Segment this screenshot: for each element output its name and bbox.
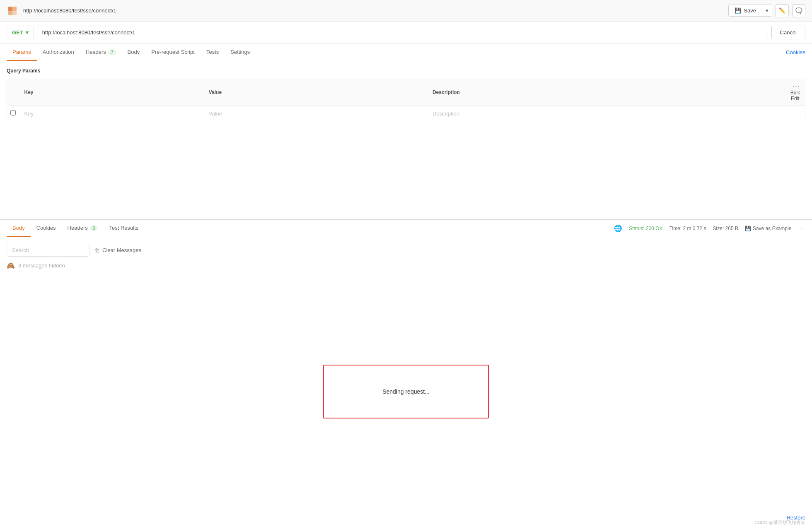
comment-icon: 🗨️ [795, 7, 802, 14]
cancel-button[interactable]: Cancel [771, 26, 805, 39]
hidden-messages-label: 3 messages hidden [18, 262, 65, 269]
panel-spacer [0, 128, 812, 219]
comment-button[interactable]: 🗨️ [792, 4, 805, 17]
time-label: Time: 2 m 0.72 s [669, 226, 706, 231]
save-example-icon: 💾 [745, 226, 751, 231]
query-params-title: Query Params [7, 68, 805, 74]
save-example-label: Save as Example [753, 226, 791, 231]
svg-rect-3 [12, 11, 17, 15]
response-tabs-bar: Body Cookies Headers 8 Test Results 🌐 St… [0, 220, 812, 237]
resp-tab-cookies[interactable]: Cookies [31, 220, 62, 237]
edit-button[interactable]: ✏️ [776, 4, 789, 17]
tab-settings[interactable]: Settings [225, 44, 256, 61]
globe-icon: 🌐 [614, 224, 622, 232]
tab-pre-request-script[interactable]: Pre-request Script [145, 44, 201, 61]
resp-tab-test-results[interactable]: Test Results [103, 220, 144, 237]
tab-headers[interactable]: Headers 7 [80, 44, 122, 61]
method-select[interactable]: GET ▾ [7, 26, 34, 39]
actions-col-header: ··· Bulk Edit [785, 79, 805, 106]
hidden-messages-row: 🙈 3 messages hidden [7, 262, 805, 269]
save-label: Save [744, 7, 756, 14]
tab-params[interactable]: Params [7, 44, 37, 61]
svg-rect-1 [12, 7, 17, 11]
row-actions-cell [785, 106, 805, 121]
tab-tests[interactable]: Tests [201, 44, 225, 61]
key-column-header: Key [19, 79, 204, 106]
edit-icon: ✏️ [779, 7, 786, 14]
resp-tab-body[interactable]: Body [7, 220, 31, 237]
key-cell[interactable]: Key [19, 106, 204, 121]
search-input-wrap [7, 244, 89, 257]
headers-badge: 7 [108, 49, 116, 55]
params-table: Key Value Description ··· Bulk Edit Key … [7, 79, 805, 121]
checkbox-col-header [7, 79, 19, 106]
request-tabs-bar: Params Authorization Headers 7 Body Pre-… [0, 44, 812, 61]
value-column-header: Value [204, 79, 428, 106]
response-body: 🗑 Clear Messages 🙈 3 messages hidden Sen… [0, 237, 812, 529]
bulk-edit-button[interactable]: Bulk Edit [790, 90, 800, 101]
resp-headers-badge: 8 [90, 225, 97, 231]
svg-rect-0 [8, 7, 12, 11]
save-chevron-button[interactable]: ▾ [762, 5, 772, 16]
tab-body[interactable]: Body [122, 44, 146, 61]
row-checkbox[interactable] [10, 110, 16, 115]
sending-text: Sending request... [382, 388, 430, 395]
sending-request-overlay: Sending request... [323, 365, 489, 418]
clear-messages-button[interactable]: 🗑 Clear Messages [94, 247, 141, 253]
method-chevron: ▾ [26, 29, 29, 36]
app-icon [7, 5, 18, 17]
search-input[interactable] [7, 244, 89, 257]
resp-more-button[interactable]: ··· [798, 225, 805, 232]
save-group: 💾 Save ▾ [728, 5, 772, 17]
description-column-header: Description [428, 79, 785, 106]
status-label: Status: 200 OK [629, 226, 662, 231]
resp-status-area: 🌐 Status: 200 OK Time: 2 m 0.72 s Size: … [614, 224, 805, 232]
size-label: Size: 265 B [713, 226, 738, 231]
table-row: Key Value Description [7, 106, 805, 121]
footer-watermark: CSDN @谁不想飞翔青春 [755, 519, 805, 526]
clear-messages-label: Clear Messages [102, 247, 141, 253]
save-example-button[interactable]: 💾 Save as Example [745, 226, 791, 231]
more-icon: ··· [793, 83, 800, 90]
url-input[interactable] [37, 26, 768, 39]
search-bar-row: 🗑 Clear Messages [7, 244, 805, 257]
row-checkbox-cell [7, 106, 19, 121]
save-button[interactable]: 💾 Save [729, 5, 762, 16]
eye-off-icon: 🙈 [7, 262, 15, 269]
url-bar-area: GET ▾ Cancel [0, 22, 812, 44]
value-cell[interactable]: Value [204, 106, 428, 121]
cookies-link[interactable]: Cookies [786, 49, 805, 55]
svg-rect-2 [8, 11, 12, 15]
top-actions: 💾 Save ▾ ✏️ 🗨️ [728, 4, 805, 17]
top-bar: http://localhost:8080/test/sse/connect/1… [0, 0, 812, 22]
request-panel: Query Params Key Value Description ··· B… [0, 61, 812, 128]
trash-icon: 🗑 [94, 247, 100, 253]
save-icon: 💾 [735, 7, 741, 14]
tab-authorization[interactable]: Authorization [37, 44, 80, 61]
top-bar-url: http://localhost:8080/test/sse/connect/1 [23, 7, 723, 14]
resp-tab-headers[interactable]: Headers 8 [62, 220, 104, 237]
response-panel: Body Cookies Headers 8 Test Results 🌐 St… [0, 219, 812, 529]
description-cell[interactable]: Description [428, 106, 785, 121]
method-label: GET [12, 29, 23, 36]
